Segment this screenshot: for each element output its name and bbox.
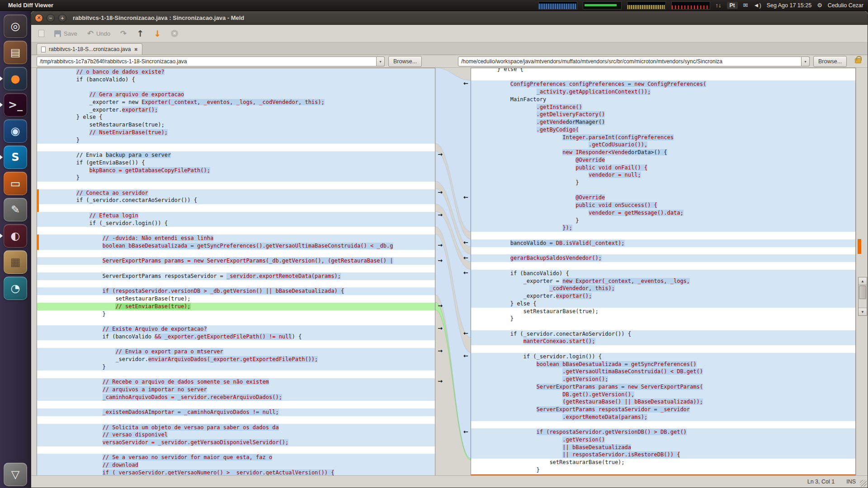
code-line[interactable] [37, 340, 435, 348]
code-line[interactable]: // o banco de dados existe? [37, 68, 435, 76]
code-line[interactable] [471, 187, 855, 194]
window-close-button[interactable]: ✕ [35, 14, 43, 22]
keyboard-layout-indicator[interactable]: Pt [727, 2, 738, 9]
previous-difference-button[interactable]: ↑ [133, 28, 147, 40]
pull-change-arrow[interactable]: ← [463, 429, 468, 435]
code-line[interactable] [471, 421, 855, 429]
code-line[interactable]: .exportRemoteData(params); [471, 413, 855, 421]
code-line[interactable]: @Override [471, 194, 855, 202]
launcher-item-tan-app[interactable]: ▦ [4, 250, 27, 274]
code-line[interactable] [37, 265, 435, 272]
launcher-item-files[interactable]: ▤ [4, 41, 27, 64]
code-line[interactable]: if (_servidor.conectarAoServidor()) { [471, 330, 855, 338]
right-code-pane[interactable]: } else { ConfigPreferences configPrefere… [471, 68, 856, 476]
push-change-arrow[interactable]: → [438, 378, 443, 385]
session-gear-icon[interactable]: ⚙ [817, 2, 822, 9]
code-line[interactable]: manterConexao.start(); [471, 338, 855, 345]
network-indicator-icon[interactable]: ↑↓ [716, 2, 722, 9]
code-line[interactable]: } else { [37, 113, 435, 121]
code-line[interactable]: setRestaurarBase(true); [471, 308, 855, 315]
panel-app-title[interactable]: Meld Diff Viewer [8, 2, 53, 9]
launcher-item-gimp[interactable]: ✎ [4, 198, 27, 221]
push-change-arrow[interactable]: → [438, 212, 443, 218]
code-line[interactable]: Integer.parseInt(configPreferences [471, 134, 855, 141]
code-line[interactable]: // Se a versao no servidor for maior que… [37, 454, 435, 461]
code-line[interactable]: bancoValido = DB.isValid(_context); [471, 239, 855, 247]
code-line[interactable]: // Efetua login [37, 212, 435, 220]
code-line[interactable]: setRestaurarBase(true); [37, 295, 435, 303]
code-line[interactable]: _codVendedor, this); [471, 285, 855, 292]
titlebar[interactable]: ✕ − + rabbitvcs-1-18-Sincronizacao.java … [31, 11, 868, 25]
code-line[interactable]: boolean bBaseDesatualizada = getSyncPref… [37, 242, 435, 250]
code-line[interactable]: // Gera arquivo de exportacao [37, 91, 435, 99]
code-line[interactable]: } [471, 179, 855, 187]
launcher-item-dash[interactable]: ◎ [4, 14, 27, 38]
code-line[interactable]: .getByCodigo( [471, 126, 855, 134]
launcher-item-trash[interactable]: ▽ [4, 463, 27, 486]
code-line[interactable] [37, 83, 435, 91]
code-line[interactable]: _exporter = new Exporter(_context, _even… [471, 277, 855, 285]
code-line[interactable]: .getVersion(); [471, 375, 855, 383]
code-line[interactable]: public void onFail() { [471, 164, 855, 172]
cpu-monitor-applet[interactable] [538, 1, 577, 9]
code-line[interactable]: boolean bBaseDesatualizada = getSyncPref… [471, 361, 855, 368]
code-line[interactable]: } [471, 217, 855, 225]
launcher-item-libreoffice-impress[interactable]: ▭ [4, 172, 27, 195]
code-line[interactable]: if (bancoValido) { [37, 76, 435, 84]
launcher-item-teal-app[interactable]: ◔ [4, 277, 27, 300]
code-line[interactable]: } [37, 136, 435, 144]
code-line[interactable]: ConfigPreferences configPreferences = ne… [471, 80, 855, 88]
pull-change-arrow[interactable]: ← [463, 270, 468, 276]
code-line[interactable] [37, 401, 435, 408]
push-change-arrow[interactable]: → [438, 258, 443, 264]
left-file-path-entry[interactable]: /tmp/rabbitvcs-1c7a7b264f/rabbitvcs-1-18… [37, 56, 377, 66]
pull-change-arrow[interactable]: ← [463, 330, 468, 337]
code-line[interactable]: .getDeliveryFactory() [471, 111, 855, 118]
code-line[interactable]: DB.get().getVersion(), [471, 391, 855, 399]
code-line[interactable]: if (_servidor.login()) { [471, 353, 855, 361]
code-line[interactable]: _servidor.enviarArquivoDados(_exporter.g… [37, 356, 435, 363]
scroll-down-button[interactable]: ▼ [859, 308, 867, 315]
code-line[interactable]: _exporter = new Exporter(_context, _even… [37, 99, 435, 106]
code-line[interactable]: ServerExportParams params = new ServerEx… [37, 257, 435, 265]
pull-change-arrow[interactable]: ← [463, 353, 468, 359]
code-line[interactable] [37, 227, 435, 235]
code-line[interactable]: // arquivos a importar no server [37, 386, 435, 394]
code-line[interactable]: if (bancoValido && _exporter.getExported… [37, 333, 435, 341]
push-change-arrow[interactable]: → [438, 348, 443, 354]
code-line[interactable]: if (_servidor.login()) { [37, 220, 435, 227]
code-line[interactable]: } [37, 174, 435, 182]
code-line[interactable]: public void onSuccess() { [471, 202, 855, 209]
left-browse-button[interactable]: Browse... [388, 56, 422, 67]
code-line[interactable]: ServerExportParams params = new ServerEx… [471, 383, 855, 391]
code-line[interactable]: @Override [471, 156, 855, 164]
push-change-arrow[interactable]: → [438, 151, 443, 158]
comparison-tab[interactable]: rabbitvcs-1-18-S...cronizacao.java ✖ [37, 43, 142, 55]
code-line[interactable] [471, 262, 855, 270]
code-line[interactable] [37, 280, 435, 288]
code-line[interactable] [37, 250, 435, 258]
code-line[interactable]: _activity.getApplicationContext()); [471, 88, 855, 96]
code-line[interactable]: } [471, 466, 855, 474]
code-line[interactable]: if (bancoValido) { [471, 270, 855, 277]
clock[interactable]: Seg Ago 17 15:25 [767, 2, 811, 9]
resize-grip[interactable] [860, 480, 867, 487]
code-line[interactable]: ServerExportParams respostaServidor = _s… [37, 272, 435, 280]
code-line[interactable]: // -duvida: Não entendi essa linha [37, 235, 435, 242]
code-line[interactable]: MainFactory [471, 96, 855, 103]
code-line[interactable]: _exporter.exportar(); [37, 106, 435, 114]
code-line[interactable]: .getInstance() [471, 103, 855, 111]
code-line[interactable]: // versao disponivel [37, 431, 435, 439]
code-line[interactable]: } [37, 363, 435, 371]
code-line[interactable]: vendedor = null; [471, 171, 855, 179]
code-line[interactable] [37, 144, 435, 151]
code-line[interactable]: // download [37, 461, 435, 469]
code-line[interactable]: } else { [471, 300, 855, 308]
code-line[interactable]: // NsetEnviarBase(true); [37, 129, 435, 136]
push-change-arrow[interactable]: → [438, 303, 443, 309]
code-line[interactable] [37, 371, 435, 378]
push-change-arrow[interactable]: → [438, 189, 443, 196]
launcher-item-terminal[interactable]: >_ [4, 93, 27, 117]
code-line[interactable]: if (respostaServidor.getVersionDB() > DB… [471, 428, 855, 436]
pull-change-arrow[interactable]: ← [463, 80, 468, 87]
